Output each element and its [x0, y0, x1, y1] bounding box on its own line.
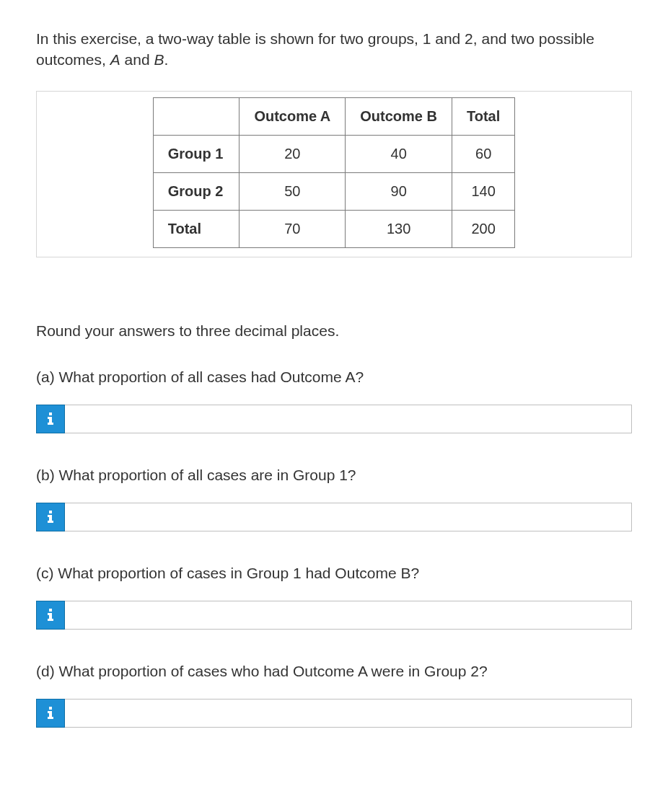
answer-input-c[interactable]	[65, 601, 632, 630]
intro-text: In this exercise, a two-way table is sho…	[36, 28, 632, 71]
info-icon	[45, 707, 56, 720]
table-row: Group 1 20 40 60	[153, 135, 515, 172]
two-way-table: Outcome A Outcome B Total Group 1 20 40 …	[153, 97, 516, 248]
exercise-container: In this exercise, a two-way table is sho…	[0, 0, 668, 749]
table-inner: Outcome A Outcome B Total Group 1 20 40 …	[45, 97, 623, 248]
svg-rect-4	[49, 511, 52, 513]
row-header-group-2: Group 2	[153, 172, 239, 210]
table-cell: 70	[239, 210, 346, 247]
answer-input-a[interactable]	[65, 405, 632, 433]
table-blank-cell	[153, 97, 239, 135]
table-cell: 60	[452, 135, 515, 172]
svg-rect-11	[48, 619, 53, 621]
answer-input-b[interactable]	[65, 503, 632, 531]
svg-rect-0	[49, 412, 52, 415]
row-header-group-1: Group 1	[153, 135, 239, 172]
svg-rect-3	[48, 423, 53, 425]
question-b: (b) What proportion of all cases are in …	[36, 467, 632, 484]
answer-row-a	[36, 405, 632, 433]
table-cell: 50	[239, 172, 346, 210]
intro-em-a: A	[110, 51, 120, 68]
row-header-total: Total	[153, 210, 239, 247]
table-cell: 90	[346, 172, 452, 210]
question-d: (d) What proportion of cases who had Out…	[36, 663, 632, 680]
info-button-a[interactable]	[36, 405, 65, 433]
question-c: (c) What proportion of cases in Group 1 …	[36, 565, 632, 582]
col-header-outcome-a: Outcome A	[239, 97, 346, 135]
info-button-b[interactable]	[36, 503, 65, 531]
info-button-d[interactable]	[36, 699, 65, 728]
table-row: Total 70 130 200	[153, 210, 515, 247]
svg-rect-15	[48, 717, 53, 719]
rounding-instruction: Round your answers to three decimal plac…	[36, 322, 632, 340]
col-header-outcome-b: Outcome B	[346, 97, 452, 135]
intro-em-b: B	[154, 51, 164, 68]
svg-rect-7	[48, 521, 53, 523]
table-cell: 200	[452, 210, 515, 247]
svg-rect-12	[49, 707, 52, 710]
table-row: Group 2 50 90 140	[153, 172, 515, 210]
answer-row-d	[36, 699, 632, 728]
svg-rect-8	[49, 609, 52, 612]
table-cell: 40	[346, 135, 452, 172]
col-header-total: Total	[452, 97, 515, 135]
table-cell: 130	[346, 210, 452, 247]
answer-row-c	[36, 601, 632, 630]
info-icon	[45, 511, 56, 524]
info-icon	[45, 412, 56, 425]
info-button-c[interactable]	[36, 601, 65, 630]
table-cell: 20	[239, 135, 346, 172]
table-cell: 140	[452, 172, 515, 210]
info-icon	[45, 609, 56, 622]
question-a: (a) What proportion of all cases had Out…	[36, 369, 632, 386]
intro-mid: and	[120, 51, 154, 68]
intro-suffix: .	[164, 51, 168, 68]
answer-input-d[interactable]	[65, 699, 632, 728]
answer-row-b	[36, 503, 632, 531]
table-header-row: Outcome A Outcome B Total	[153, 97, 515, 135]
table-card: Outcome A Outcome B Total Group 1 20 40 …	[36, 91, 632, 257]
